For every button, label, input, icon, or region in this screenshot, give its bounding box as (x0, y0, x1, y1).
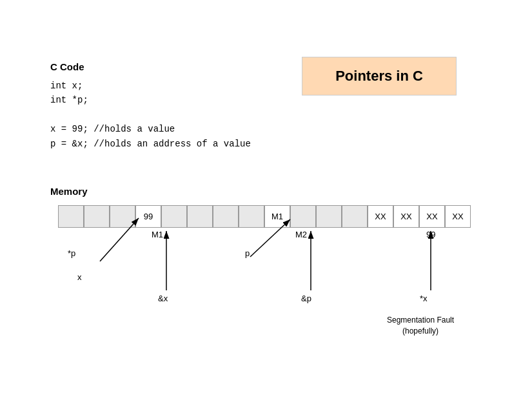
cell-5 (161, 205, 187, 228)
cell-3 (110, 205, 135, 228)
x-label: x (77, 272, 82, 282)
title-box: Pointers in C (302, 57, 457, 95)
cell-12 (342, 205, 368, 228)
code-line-2: int *p; (50, 93, 251, 107)
addr-x-label: &x (158, 294, 168, 303)
code-block: int x; int *p; x = 99; //holds a value p… (50, 79, 251, 151)
cell-xx-4: XX (445, 205, 471, 228)
cell-6 (187, 205, 213, 228)
cell-xx-3: XX (419, 205, 445, 228)
m2-above-label: M2 (295, 230, 307, 239)
cell-7 (213, 205, 239, 228)
cell-8 (239, 205, 264, 228)
code-line-4: p = &x; //holds an address of a value (50, 137, 251, 151)
title-text: Pointers in C (335, 68, 423, 85)
p-label: p (245, 248, 250, 258)
m1-above-label: M1 (152, 230, 163, 239)
cell-xx-2: XX (393, 205, 419, 228)
code-line-3: x = 99; //holds a value (50, 122, 251, 136)
code-line-1: int x; (50, 79, 251, 93)
cell-11 (316, 205, 342, 228)
cell-99: 99 (135, 205, 161, 228)
val99-label: 99 (426, 230, 435, 239)
star-p-label: *p (68, 248, 75, 258)
memory-cells: 99 M1 XX XX XX XX (58, 205, 471, 228)
seg-fault-label: Segmentation Fault(hopefully) (387, 315, 454, 337)
code-section: C Code int x; int *p; x = 99; //holds a … (50, 61, 251, 151)
code-label: C Code (50, 61, 251, 72)
star-x-label: *x (420, 294, 428, 303)
cell-1 (58, 205, 84, 228)
cell-m1: M1 (264, 205, 290, 228)
cell-xx-1: XX (368, 205, 393, 228)
memory-label: Memory (50, 186, 88, 197)
cell-10 (290, 205, 316, 228)
cell-2 (84, 205, 110, 228)
addr-p-label: &p (301, 294, 311, 303)
